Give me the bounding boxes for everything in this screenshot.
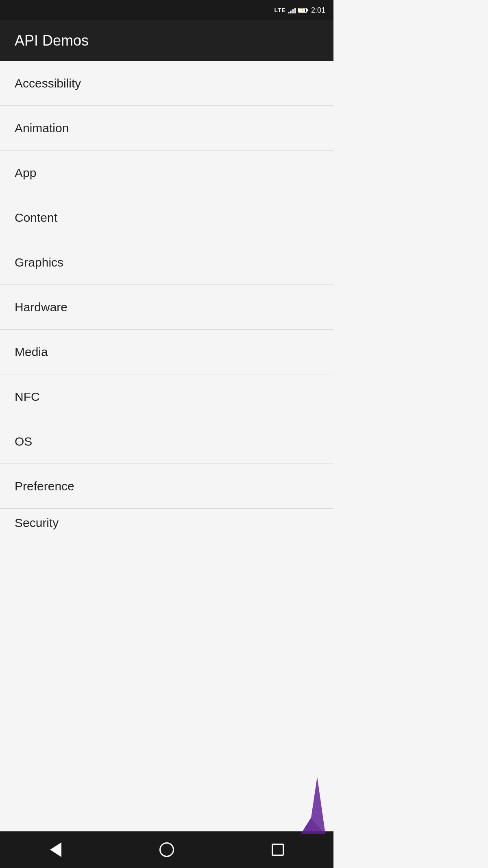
list-item-label: OS (15, 435, 32, 448)
signal-icon (288, 7, 296, 13)
app-bar-title: API Demos (15, 32, 89, 49)
list-item-label: Accessibility (15, 77, 81, 90)
battery-icon: ⚡ (298, 8, 307, 13)
list-item-label: Security (15, 516, 59, 530)
list-item-label: Hardware (15, 300, 68, 314)
list-item-label: Preference (15, 479, 74, 493)
status-icons: LTE ⚡ 2:01 (274, 6, 325, 15)
list-item-label: Media (15, 345, 48, 359)
list-item[interactable]: App (0, 151, 333, 195)
lte-indicator: LTE (274, 7, 286, 13)
main-list: AccessibilityAnimationAppContentGraphics… (0, 61, 333, 537)
app-bar: API Demos (0, 20, 333, 61)
list-item-label: Content (15, 211, 57, 225)
list-item[interactable]: Media (0, 330, 333, 374)
list-item[interactable]: Preference (0, 464, 333, 509)
status-time: 2:01 (311, 6, 325, 15)
list-item[interactable]: OS (0, 419, 333, 464)
list-item[interactable]: Graphics (0, 240, 333, 285)
list-item[interactable]: Content (0, 195, 333, 240)
status-bar: LTE ⚡ 2:01 (0, 0, 333, 20)
list-item-label: App (15, 166, 36, 180)
list-item-label: Graphics (15, 256, 63, 269)
list-item[interactable]: NFC (0, 374, 333, 419)
list-item-label: NFC (15, 390, 40, 404)
list-item-partial[interactable]: Security (0, 509, 333, 537)
list-item[interactable]: Accessibility (0, 61, 333, 106)
list-item[interactable]: Animation (0, 106, 333, 151)
list-item-label: Animation (15, 121, 69, 135)
list-item[interactable]: Hardware (0, 285, 333, 330)
